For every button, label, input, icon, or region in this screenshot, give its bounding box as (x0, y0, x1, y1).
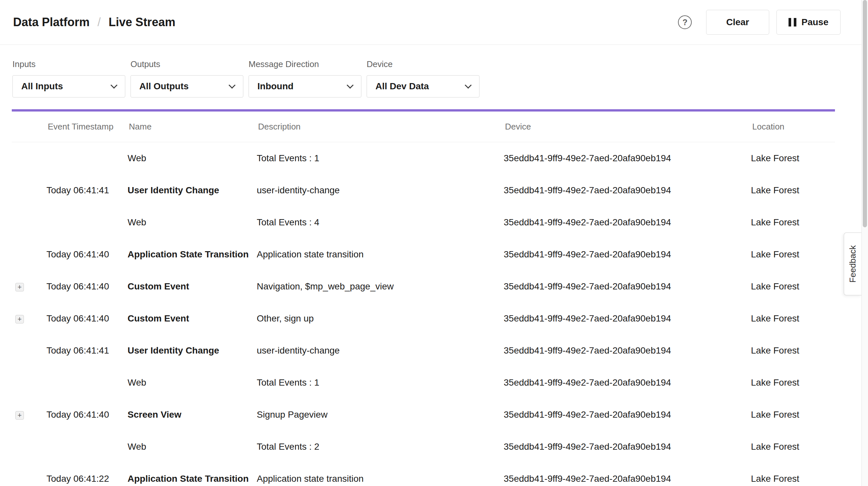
expand-icon[interactable]: + (16, 315, 24, 324)
event-device: 35eddb41-9ff9-49e2-7aed-20afa90eb194 (504, 409, 751, 420)
event-timestamp: Today 06:41:40 (46, 313, 128, 324)
event-device: 35eddb41-9ff9-49e2-7aed-20afa90eb194 (504, 442, 751, 452)
event-timestamp: Today 06:41:40 (46, 409, 128, 420)
event-name: Web (128, 377, 257, 388)
pause-icon (788, 18, 796, 27)
filter-inputs-label: Inputs (12, 59, 125, 69)
event-description: Total Events : 1 (257, 377, 504, 388)
filter-outputs-label: Outputs (130, 59, 243, 69)
event-description: Total Events : 4 (257, 217, 504, 227)
expand-cell (12, 442, 46, 452)
event-location: Lake Forest (751, 153, 835, 163)
expand-icon[interactable]: + (16, 411, 24, 420)
table-row[interactable]: Web Total Events : 4 35eddb41-9ff9-49e2-… (12, 206, 835, 238)
feedback-tab[interactable]: Feedback (844, 233, 862, 295)
device-dropdown-value: All Dev Data (375, 81, 429, 92)
event-location: Lake Forest (751, 377, 835, 388)
scrollbar-thumb[interactable] (863, 0, 867, 227)
event-location: Lake Forest (751, 409, 835, 420)
event-timestamp: Today 06:41:40 (46, 249, 128, 260)
pause-button-label: Pause (802, 17, 829, 28)
table-row[interactable]: Today 06:41:22 Application State Transit… (12, 463, 835, 486)
expand-cell (12, 345, 46, 356)
table-header: Event Timestamp Name Description Device … (12, 112, 835, 142)
outputs-dropdown[interactable]: All Outputs (130, 75, 243, 97)
pause-button[interactable]: Pause (776, 10, 841, 35)
chevron-down-icon (111, 82, 117, 88)
header: Data Platform / Live Stream ? Clear Paus… (0, 0, 868, 45)
inputs-dropdown[interactable]: All Inputs (12, 75, 125, 97)
header-actions: ? Clear Pause (678, 10, 840, 35)
breadcrumb-separator: / (97, 16, 101, 29)
accent-divider (12, 109, 835, 112)
clear-button[interactable]: Clear (706, 10, 769, 35)
table-row[interactable]: Today 06:41:41 User Identity Change user… (12, 335, 835, 367)
event-description: Application state transition (257, 249, 504, 260)
expand-cell: + (12, 281, 46, 292)
table-row[interactable]: + Today 06:41:40 Screen View Signup Page… (12, 399, 835, 431)
expand-icon[interactable]: + (16, 283, 24, 292)
event-device: 35eddb41-9ff9-49e2-7aed-20afa90eb194 (504, 185, 751, 195)
event-location: Lake Forest (751, 313, 835, 324)
message-direction-dropdown-value: Inbound (257, 81, 293, 92)
help-icon[interactable]: ? (678, 16, 692, 29)
expand-cell (12, 185, 46, 196)
event-description: Other, sign up (257, 313, 504, 324)
filter-device-label: Device (367, 59, 479, 69)
scrollbar-track[interactable] (862, 0, 868, 486)
event-timestamp: Today 06:41:40 (46, 281, 128, 292)
table-row[interactable]: Web Total Events : 1 35eddb41-9ff9-49e2-… (12, 367, 835, 399)
chevron-down-icon (228, 82, 236, 88)
filter-message-direction-label: Message Direction (249, 59, 362, 69)
event-description: Application state transition (257, 474, 504, 484)
breadcrumb-data-platform[interactable]: Data Platform (13, 16, 90, 29)
message-direction-dropdown[interactable]: Inbound (249, 75, 362, 97)
column-location: Location (751, 122, 835, 132)
filter-outputs: Outputs All Outputs (130, 59, 243, 97)
expand-cell (12, 474, 46, 484)
event-name: Web (128, 442, 257, 452)
event-timestamp: Today 06:41:22 (46, 474, 128, 484)
event-timestamp: Today 06:41:41 (46, 185, 128, 195)
breadcrumb-live-stream: Live Stream (108, 16, 175, 29)
expand-cell (12, 217, 46, 228)
live-stream-page: Data Platform / Live Stream ? Clear Paus… (0, 0, 868, 486)
column-device: Device (504, 122, 751, 132)
table-row[interactable]: Web Total Events : 2 35eddb41-9ff9-49e2-… (12, 431, 835, 463)
outputs-dropdown-value: All Outputs (139, 81, 189, 92)
column-description: Description (257, 122, 504, 132)
table-row[interactable]: Today 06:41:41 User Identity Change user… (12, 174, 835, 206)
event-location: Lake Forest (751, 442, 835, 452)
expand-cell (12, 153, 46, 164)
event-timestamp: Today 06:41:41 (46, 345, 128, 356)
expand-cell (12, 377, 46, 388)
event-name: Web (128, 153, 257, 163)
event-name: User Identity Change (128, 345, 257, 356)
event-name: Custom Event (128, 313, 257, 324)
event-device: 35eddb41-9ff9-49e2-7aed-20afa90eb194 (504, 281, 751, 292)
device-dropdown[interactable]: All Dev Data (367, 75, 479, 97)
event-name: Application State Transition (128, 249, 257, 260)
column-name: Name (128, 122, 257, 132)
filters-bar: Inputs All Inputs Outputs All Outputs Me… (0, 45, 868, 97)
event-location: Lake Forest (751, 249, 835, 260)
table-row[interactable]: + Today 06:41:40 Custom Event Navigation… (12, 271, 835, 303)
event-device: 35eddb41-9ff9-49e2-7aed-20afa90eb194 (504, 345, 751, 356)
event-name: User Identity Change (128, 185, 257, 195)
event-location: Lake Forest (751, 474, 835, 484)
chevron-down-icon (465, 82, 472, 88)
help-icon-glyph: ? (683, 18, 687, 27)
table-body: Web Total Events : 1 35eddb41-9ff9-49e2-… (0, 142, 868, 486)
expand-cell (12, 249, 46, 260)
table-row[interactable]: + Today 06:41:40 Custom Event Other, sig… (12, 303, 835, 335)
chevron-down-icon (347, 82, 353, 88)
breadcrumb: Data Platform / Live Stream (13, 16, 175, 29)
event-device: 35eddb41-9ff9-49e2-7aed-20afa90eb194 (504, 217, 751, 227)
event-name: Custom Event (128, 281, 257, 292)
table-row[interactable]: Today 06:41:40 Application State Transit… (12, 238, 835, 271)
event-device: 35eddb41-9ff9-49e2-7aed-20afa90eb194 (504, 313, 751, 324)
table-row[interactable]: Web Total Events : 1 35eddb41-9ff9-49e2-… (12, 142, 835, 174)
event-description: user-identity-change (257, 185, 504, 195)
column-event-timestamp: Event Timestamp (46, 122, 128, 132)
expand-cell: + (12, 409, 46, 420)
